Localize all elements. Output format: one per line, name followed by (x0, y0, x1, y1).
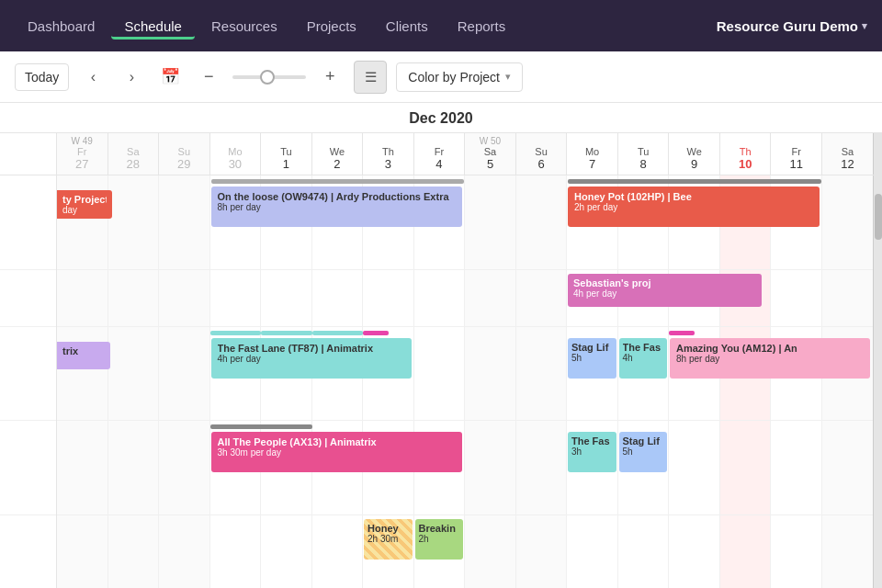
scrollbar[interactable] (873, 175, 882, 588)
event-the-fas-2[interactable]: The Fas 3h (568, 432, 616, 472)
event-honey[interactable]: Honey 2h 30m (364, 519, 413, 560)
event-stag-lif-2[interactable]: Stag Lif 5h (619, 432, 668, 472)
event-breaking[interactable]: Breakin 2h (415, 519, 464, 560)
nav-item-clients[interactable]: Clients (373, 13, 441, 40)
chevron-down-icon: ▾ (862, 20, 867, 32)
event-the-fas-1[interactable]: The Fas 4h (619, 338, 668, 379)
zoom-thumb[interactable] (260, 70, 275, 85)
event-stag-lif-1[interactable]: Stag Lif 5h (568, 338, 616, 379)
calendar-row-1: ty Project day On the loose (OW9474) | A… (57, 175, 873, 270)
day-header-sa5: W 50 Sa 5 (465, 133, 516, 175)
day-cells-area: ty Project day On the loose (OW9474) | A… (57, 175, 873, 588)
nav-item-reports[interactable]: Reports (445, 13, 519, 40)
event-fast-lane[interactable]: The Fast Lane (TF87) | Animatrix 4h per … (211, 338, 412, 379)
day-header-th10: . Th 10 (720, 133, 772, 175)
event-on-the-loose[interactable]: On the loose (OW9474) | Ardy Productions… (211, 187, 463, 227)
day-header-su29: . Su 29 (159, 133, 210, 175)
calendar: Dec 2020 W 49 Fr 27 . (0, 103, 882, 588)
day-header-we9: . We 9 (669, 133, 720, 175)
day-headers-row: W 49 Fr 27 . Sa 28 . Su 29 . Mo 30 (0, 133, 882, 175)
nav-brand-label: Resource Guru Demo (717, 18, 858, 34)
calendar-row-5: Honey 2h 30m Breakin 2h (57, 515, 873, 588)
event-party-project[interactable]: ty Project day (57, 190, 112, 219)
calendar-row-2: Sebastian's proj 4h per day (57, 270, 873, 327)
day-header-mo7: . Mo 7 (567, 133, 618, 175)
resource-labels (0, 175, 57, 588)
scrollbar-thumb[interactable] (875, 194, 882, 240)
day-header-sa28: . Sa 28 (108, 133, 160, 175)
app-container: Dashboard Schedule Resources Projects Cl… (0, 0, 882, 588)
nav-item-projects[interactable]: Projects (294, 13, 369, 40)
day-header-sa12: . Sa 12 (822, 133, 873, 175)
day-header-mo30: . Mo 30 (210, 133, 262, 175)
day-header-th3: . Th 3 (363, 133, 414, 175)
day-header-su6: . Su 6 (516, 133, 568, 175)
toolbar: Today ‹ › 📅 − + ☰ Color by Project ▾ (0, 51, 882, 103)
month-header: Dec 2020 (0, 103, 882, 133)
event-trix[interactable]: trix (57, 342, 110, 369)
day-header-we2: . We 2 (312, 133, 364, 175)
next-button[interactable]: › (117, 62, 146, 92)
event-honey-pot[interactable]: Honey Pot (102HP) | Bee 2h per day (568, 187, 820, 227)
nav-item-dashboard[interactable]: Dashboard (15, 13, 107, 40)
calendar-icon-button[interactable]: 📅 (155, 62, 185, 92)
today-button[interactable]: Today (15, 63, 69, 91)
zoom-in-button[interactable]: + (315, 62, 345, 92)
nav-brand[interactable]: Resource Guru Demo ▾ (717, 18, 867, 34)
event-all-the-people[interactable]: All The People (AX13) | Animatrix 3h 30m… (211, 432, 463, 472)
calendar-row-3: trix The Fast Lane (TF87) | Animatrix 4h… (57, 327, 873, 422)
day-header-fr27: W 49 Fr 27 (57, 133, 108, 175)
day-header-tu8: . Tu 8 (618, 133, 670, 175)
zoom-slider[interactable] (232, 75, 306, 79)
event-sebastians-project[interactable]: Sebastian's proj 4h per day (568, 274, 762, 307)
prev-button[interactable]: ‹ (78, 62, 107, 92)
day-header-tu1: . Tu 1 (261, 133, 312, 175)
nav-item-schedule[interactable]: Schedule (111, 13, 195, 40)
nav-item-resources[interactable]: Resources (198, 13, 290, 40)
main-nav: Dashboard Schedule Resources Projects Cl… (0, 0, 882, 51)
color-by-dropdown[interactable]: Color by Project ▾ (396, 62, 523, 92)
list-view-button[interactable]: ☰ (354, 61, 387, 94)
day-header-fr4: . Fr 4 (414, 133, 466, 175)
chevron-down-icon: ▾ (505, 71, 511, 83)
calendar-body: ty Project day On the loose (OW9474) | A… (0, 175, 882, 588)
color-by-label: Color by Project (408, 70, 500, 85)
day-header-fr11: . Fr 11 (771, 133, 822, 175)
event-amazing-you[interactable]: Amazing You (AM12) | An 8h per day (670, 338, 870, 379)
zoom-out-button[interactable]: − (194, 62, 223, 92)
calendar-row-4: All The People (AX13) | Animatrix 3h 30m… (57, 421, 873, 515)
